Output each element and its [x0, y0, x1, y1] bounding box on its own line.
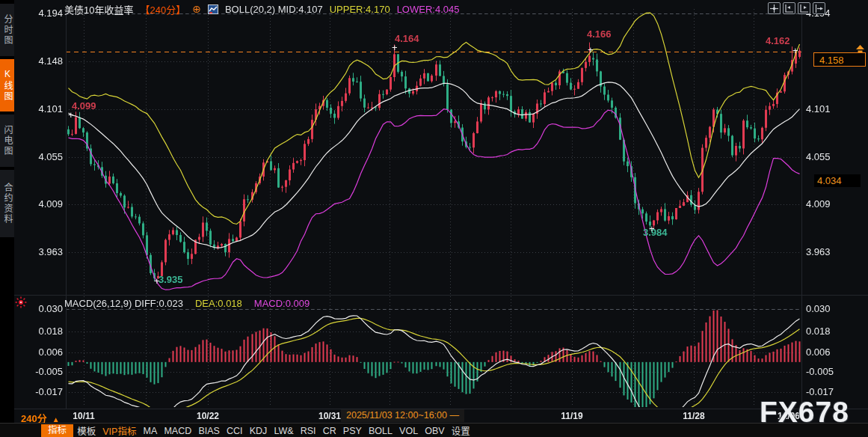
price-label-left: 4.148	[34, 55, 63, 67]
mini-chart-icon[interactable]	[208, 4, 218, 14]
toolbar-item-设置[interactable]: 设置	[449, 424, 473, 437]
price-label-left: 3.963	[34, 246, 63, 257]
pivot-marker-icon: +	[649, 225, 655, 233]
price-chart-canvas[interactable]	[0, 0, 868, 437]
toolbar-item-VOL[interactable]: VOL	[396, 426, 421, 436]
toolbar-item-指标[interactable]: 指标	[41, 424, 73, 437]
kline-app-window: 分时图K线图闪电图合约资料 美债10年收益率 【240分】 ⊕ BOLL(20,…	[0, 0, 868, 437]
date-label: 10/22	[197, 411, 219, 421]
price-up-arrow-icon	[855, 43, 866, 57]
price-label-left: 4.194	[34, 7, 63, 19]
pivot-price-label: 4.162	[766, 35, 790, 46]
chart-tool-icons	[768, 2, 825, 14]
zoom-out-axis-icon[interactable]	[783, 2, 795, 14]
pivot-marker-icon: +	[792, 47, 798, 55]
macd-label-right: -0.005	[806, 366, 840, 377]
pivot-marker-icon: +	[154, 278, 160, 285]
sidebar-tab-3[interactable]: 闪电图	[0, 114, 14, 167]
boll-mid-readout: BOLL(20,2) MID:4.107	[225, 4, 323, 15]
pivot-price-label: 4.099	[72, 100, 96, 111]
live-alert-icon[interactable]	[15, 296, 27, 308]
pivot-price-label: 3.935	[158, 274, 183, 285]
macd-dea-readout: DEA:0.018	[195, 298, 242, 309]
pivot-price-label: 4.164	[395, 33, 419, 44]
toolbar-item-LW&[interactable]: LW&	[271, 426, 296, 436]
macd-label-right: 0.006	[806, 346, 840, 358]
watermark: FX678	[760, 396, 849, 429]
pan-crosshair-icon[interactable]	[768, 2, 781, 14]
selected-bar-tooltip: 2025/11/03 12:00~16:00 —	[341, 409, 464, 422]
toolbar-item-PSY[interactable]: PSY	[340, 426, 365, 436]
pivot-price-label: 3.984	[643, 227, 668, 238]
date-label: 11/19	[561, 411, 582, 421]
macd-label-left: -0.017	[34, 386, 63, 397]
date-label: 10/11	[73, 411, 94, 421]
macd-label-left: 0.018	[34, 326, 63, 337]
circle-plus-icon[interactable]: ⊕	[192, 4, 201, 14]
sidebar-tab-1[interactable]: 分时图	[0, 4, 14, 56]
marked-level-badge: 4.034	[814, 174, 861, 187]
macd-hist-readout: MACD:0.009	[254, 298, 310, 309]
toolbar-item-VIP指标[interactable]: VIP指标	[99, 424, 139, 437]
date-label: 11/28	[683, 411, 704, 421]
macd-label-left: 0.006	[34, 346, 63, 358]
price-label-right: 4.101	[806, 103, 840, 114]
macd-label-left: -0.005	[34, 366, 63, 377]
price-label-right: 3.963	[806, 246, 840, 257]
price-label-right: 4.055	[806, 151, 840, 162]
toolbar-item-MACD[interactable]: MACD	[161, 426, 194, 436]
left-sidebar: 分时图K线图闪电图合约资料	[0, 0, 14, 437]
toolbar-item-MA[interactable]: MA	[141, 426, 161, 436]
boll-upper-readout: UPPER:4.170	[330, 4, 390, 15]
plot-left-border	[66, 7, 67, 409]
pivot-price-label: 4.166	[587, 28, 612, 40]
indicator-toolbar: 指标模板VIP指标MAMACDBIASCCIKDJLW&RSICRPSYBOLL…	[0, 423, 868, 437]
price-label-left: 4.055	[34, 151, 63, 162]
toolbar-item-OBV[interactable]: OBV	[422, 426, 447, 436]
symbol-title: 美债10年收益率	[64, 2, 133, 16]
toolbar-item-模板[interactable]: 模板	[74, 424, 99, 437]
sidebar-tab-4[interactable]: 合约资料	[0, 170, 14, 237]
period-tag[interactable]: 【240分】	[140, 2, 185, 16]
toolbar-item-CCI[interactable]: CCI	[224, 426, 246, 436]
boll-lower-readout: LOWER:4.045	[397, 4, 460, 15]
macd-diff-readout: MACD(26,12,9) DIFF:0.023	[64, 298, 183, 309]
toolbar-item-BOLL[interactable]: BOLL	[366, 426, 395, 436]
sidebar-tab-2[interactable]: K线图	[0, 59, 14, 111]
macd-label-right: 0.018	[806, 326, 840, 337]
price-label-right: 4.009	[806, 198, 840, 210]
toolbar-item-RSI[interactable]: RSI	[298, 426, 319, 436]
toolbar-item-CR[interactable]: CR	[320, 426, 339, 436]
toolbar-item-BIAS[interactable]: BIAS	[195, 426, 223, 436]
price-label-left: 4.101	[34, 103, 63, 114]
pivot-marker-icon: +	[392, 44, 398, 52]
panel-separator	[14, 295, 868, 296]
chart-header: 美债10年收益率 【240分】 ⊕ BOLL(20,2) MID:4.107 U…	[64, 1, 459, 16]
pivot-marker-icon: +	[588, 46, 594, 54]
macd-label-left: 0.030	[34, 303, 63, 314]
macd-header: MACD(26,12,9) DIFF:0.023 DEA:0.018 MACD:…	[64, 298, 310, 309]
toolbar-item-KDJ[interactable]: KDJ	[247, 426, 271, 436]
plot-right-border	[801, 7, 802, 409]
pan-right-icon[interactable]	[813, 2, 825, 14]
price-label-left: 4.009	[34, 198, 63, 210]
macd-label-right: 0.030	[806, 303, 840, 314]
pivot-marker-icon: +	[68, 111, 74, 119]
date-label: 10/31	[318, 411, 341, 421]
zoom-in-axis-icon[interactable]	[798, 2, 810, 14]
